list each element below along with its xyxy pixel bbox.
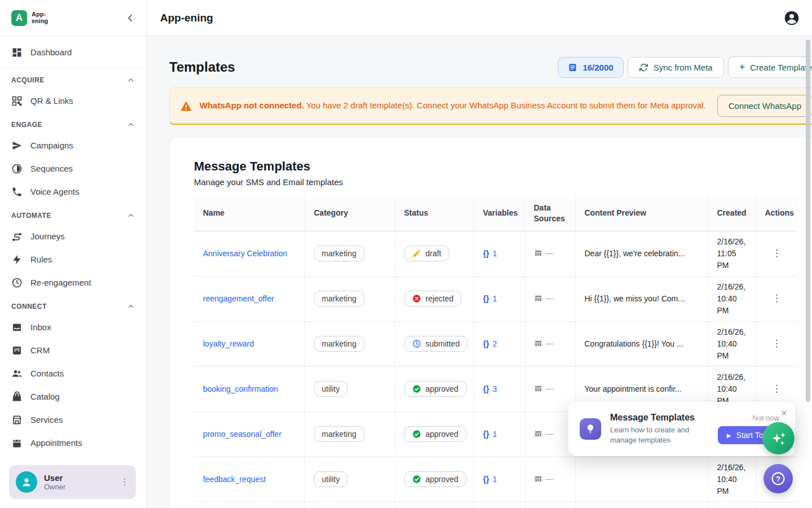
- status-label: draft: [426, 249, 442, 258]
- template-name-link[interactable]: promo_seasonal_offer: [203, 430, 281, 439]
- sidebar-item-appointments[interactable]: Appointments: [0, 431, 146, 454]
- sidebar-collapse-icon[interactable]: [125, 12, 136, 24]
- sidebar-item-inbox[interactable]: Inbox: [0, 316, 146, 339]
- template-name-link[interactable]: booking_confirmation: [203, 384, 278, 393]
- banner-text: WhatsApp not connected. You have 2 draft…: [200, 99, 710, 112]
- sidebar-item-services[interactable]: Services: [0, 408, 146, 431]
- draft-status-icon: [412, 249, 421, 258]
- dashboard-icon: [11, 47, 23, 58]
- column-header-variables: Variables: [474, 196, 524, 231]
- variables-count[interactable]: {}1: [483, 475, 497, 484]
- sidebar-item-crm[interactable]: CRM: [0, 339, 146, 362]
- close-icon[interactable]: ×: [781, 408, 787, 418]
- template-quota-badge[interactable]: 16/2000: [558, 57, 623, 78]
- create-template-button[interactable]: + Create Template: [728, 56, 812, 78]
- braces-icon: {}: [483, 339, 489, 348]
- user-name: User: [44, 473, 113, 483]
- variables-count[interactable]: {}2: [483, 339, 497, 348]
- help-fab[interactable]: ?: [764, 464, 793, 493]
- data-sources-value: —: [546, 339, 554, 348]
- card-title: Message Templates: [194, 159, 798, 174]
- sidebar-item-campaigns[interactable]: Campaigns: [0, 134, 146, 157]
- sync-from-meta-button[interactable]: Sync from Meta: [628, 57, 724, 78]
- row-actions-button[interactable]: ⋮: [772, 341, 782, 347]
- sidebar-item-re-engagement[interactable]: Re-engagement: [0, 271, 146, 294]
- sidebar-section-acquire[interactable]: ACQUIRE: [0, 71, 146, 89]
- variables-value: 1: [492, 249, 497, 258]
- variables-count[interactable]: {}1: [483, 249, 497, 258]
- column-header-name: Name: [194, 196, 304, 231]
- template-name-link[interactable]: Anniversary Celebration: [203, 249, 287, 258]
- account-icon[interactable]: [784, 10, 800, 26]
- data-sources-cell: —: [534, 248, 554, 257]
- section-label: AUTOMATE: [11, 212, 51, 220]
- table-icon: [534, 294, 542, 303]
- sidebar-item-dashboard[interactable]: Dashboard: [0, 41, 146, 64]
- data-sources-cell: —: [534, 429, 554, 438]
- ai-assistant-fab[interactable]: [762, 422, 795, 454]
- table-row: loyalty_rewardmarketingsubmitted{}2—Cong…: [194, 321, 797, 366]
- popup-text: Message Templates Learn how to create an…: [610, 413, 709, 445]
- people-icon: [11, 368, 23, 379]
- sync-label: Sync from Meta: [654, 63, 713, 72]
- variables-count[interactable]: {}1: [483, 430, 497, 439]
- created-date: 2/16/26, 10:40 PM: [708, 276, 756, 321]
- variables-value: 1: [492, 430, 497, 439]
- lightbulb-icon: [580, 418, 601, 440]
- template-name-link[interactable]: loyalty_reward: [203, 339, 254, 348]
- approved-status-icon: [412, 430, 421, 439]
- row-actions-button[interactable]: ⋮: [772, 296, 782, 302]
- status-chip: approved: [404, 381, 466, 397]
- template-name-link[interactable]: feedback_request: [203, 475, 266, 484]
- plus-icon: +: [739, 62, 745, 72]
- sidebar-item-voice-agents[interactable]: Voice Agents: [0, 180, 146, 203]
- popup-body: Learn how to create and manage templates: [610, 425, 706, 445]
- sidebar-item-qr-links[interactable]: QR & Links: [0, 89, 146, 112]
- templates-table: NameCategoryStatusVariablesData SourcesC…: [194, 196, 797, 508]
- sidebar-section-automate[interactable]: AUTOMATE: [0, 207, 146, 225]
- sidebar-item-sequences[interactable]: Sequences: [0, 157, 146, 180]
- row-actions-button[interactable]: ⋮: [772, 386, 782, 392]
- sidebar-item-catalog[interactable]: Catalog: [0, 385, 146, 408]
- status-label: rejected: [426, 294, 454, 303]
- section-label: CONNECT: [11, 303, 47, 310]
- sidebar: A App- ening DashboardACQUIREQR & LinksE…: [0, 0, 147, 508]
- sidebar-item-contacts[interactable]: Contacts: [0, 362, 146, 385]
- sidebar-item-label: Rules: [30, 255, 52, 264]
- variables-count[interactable]: {}3: [483, 384, 497, 393]
- bolt-icon: [11, 254, 23, 265]
- table-row: payment_receiptutilityapproved{}4—⋮: [194, 502, 797, 508]
- user-role: Owner: [44, 483, 113, 491]
- table-icon: [534, 475, 542, 483]
- sidebar-item-rules[interactable]: Rules: [0, 248, 146, 271]
- category-chip: marketing: [314, 426, 364, 442]
- sidebar-nav: DashboardACQUIREQR & LinksENGAGECampaign…: [0, 36, 146, 454]
- status-chip: approved: [404, 426, 466, 442]
- braces-icon: {}: [483, 384, 489, 393]
- content-preview: Congratulations {{1}}! You ...: [575, 321, 708, 366]
- row-actions-button[interactable]: ⋮: [772, 251, 782, 257]
- user-menu-button[interactable]: ⋮: [120, 478, 129, 487]
- braces-icon: {}: [483, 249, 489, 258]
- sidebar-item-label: CRM: [30, 345, 50, 355]
- status-label: approved: [426, 430, 458, 439]
- sidebar-section-connect[interactable]: CONNECT: [0, 297, 146, 316]
- user-card[interactable]: User Owner ⋮: [9, 465, 136, 499]
- kanban-icon: [11, 345, 23, 356]
- created-date: 2/16/26, 11:05 PM: [708, 231, 756, 276]
- document-icon: [568, 63, 577, 72]
- app-logo[interactable]: A App- ening: [11, 10, 48, 26]
- warning-icon: [180, 100, 192, 112]
- vertical-scrollbar[interactable]: [806, 40, 810, 402]
- not-now-button[interactable]: Not now: [752, 414, 779, 422]
- route-icon: [11, 231, 23, 242]
- banner-message: You have 2 draft template(s). Connect yo…: [304, 100, 706, 110]
- variables-count[interactable]: {}1: [483, 294, 497, 303]
- braces-icon: {}: [483, 475, 489, 484]
- connect-whatsapp-button[interactable]: Connect WhatsApp: [717, 95, 812, 117]
- data-sources-cell: —: [534, 474, 554, 483]
- template-name-link[interactable]: reengagement_offer: [203, 294, 274, 303]
- sidebar-item-journeys[interactable]: Journeys: [0, 225, 146, 248]
- sidebar-section-engage[interactable]: ENGAGE: [0, 116, 146, 134]
- logo-line2: ening: [32, 18, 48, 25]
